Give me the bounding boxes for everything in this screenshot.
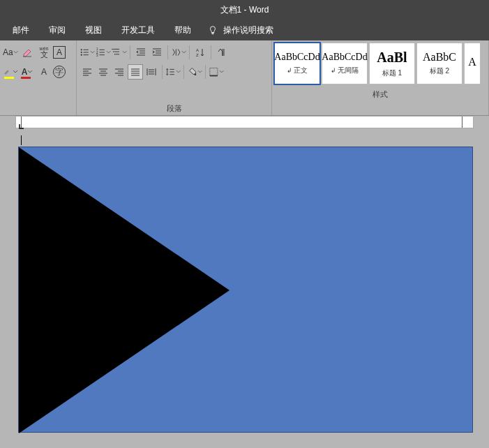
svg-point-11: [195, 73, 197, 75]
style-label: 标题 1: [382, 68, 402, 78]
style-preview: AaBbCcDd: [322, 52, 367, 63]
menu-bar: 邮件 审阅 视图 开发工具 帮助 操作说明搜索: [0, 20, 489, 40]
tell-me-label: 操作说明搜索: [223, 24, 273, 36]
phonetic-guide-button[interactable]: wén 文: [36, 45, 52, 60]
document-area: [0, 116, 489, 448]
increase-indent-button[interactable]: [149, 45, 165, 60]
svg-point-2: [81, 54, 82, 56]
svg-point-1: [81, 52, 82, 53]
style-preview: AaBl: [377, 50, 407, 66]
svg-text:A: A: [196, 48, 199, 52]
ribbon-group-styles: AaBbCcDd ↲正文 AaBbCcDd ↲无间隔 AaBl 标题 1 AaB…: [272, 40, 489, 115]
decrease-indent-button[interactable]: [133, 45, 149, 60]
style-nospacing[interactable]: AaBbCcDd ↲无间隔: [322, 43, 368, 84]
align-right-button[interactable]: [112, 64, 127, 80]
tab-mail[interactable]: 邮件: [3, 24, 39, 36]
enclose-characters-button[interactable]: 字: [53, 66, 66, 78]
tab-devtools[interactable]: 开发工具: [112, 24, 165, 36]
horizontal-ruler[interactable]: [15, 116, 474, 128]
bullets-button[interactable]: [80, 45, 95, 60]
tab-help[interactable]: 帮助: [165, 24, 201, 36]
svg-point-8: [114, 54, 115, 54]
style-heading2[interactable]: AaBbC 标题 2: [416, 43, 462, 84]
inserted-shape-triangle[interactable]: [19, 147, 230, 433]
style-preview: AaBbCcDd: [274, 52, 319, 63]
ribbon-group-font: Aa wén 文 A A: [0, 40, 77, 115]
style-more[interactable]: A: [464, 43, 481, 84]
sort-button[interactable]: AZ: [193, 45, 208, 60]
svg-point-7: [113, 51, 114, 52]
font-group-label: [0, 103, 76, 115]
line-spacing-button[interactable]: [165, 64, 181, 80]
tab-review[interactable]: 审阅: [39, 24, 75, 36]
styles-gallery[interactable]: AaBbCcDd ↲正文 AaBbCcDd ↲无间隔 AaBl 标题 1 AaB…: [272, 40, 488, 89]
style-preview: A: [468, 56, 476, 68]
styles-group-label: 样式: [272, 89, 488, 102]
style-label: 标题 2: [430, 66, 449, 76]
distributed-button[interactable]: [144, 64, 159, 80]
inserted-shape-rectangle[interactable]: [18, 147, 473, 433]
svg-rect-12: [210, 68, 218, 75]
borders-button[interactable]: [209, 64, 224, 80]
style-label: ↲正文: [287, 66, 308, 75]
shading-button[interactable]: [187, 64, 202, 80]
svg-text:3: 3: [96, 54, 98, 57]
character-border-button[interactable]: A: [53, 46, 66, 59]
style-normal[interactable]: AaBbCcDd ↲正文: [274, 43, 320, 84]
align-justify-button[interactable]: [128, 64, 143, 80]
clear-formatting-button[interactable]: [20, 45, 35, 60]
svg-point-6: [112, 49, 112, 50]
text-cursor: [21, 135, 22, 145]
style-heading1[interactable]: AaBl 标题 1: [369, 43, 415, 84]
ruler-right-margin[interactable]: [462, 117, 467, 128]
tab-view[interactable]: 视图: [75, 24, 112, 36]
tell-me-search[interactable]: 操作说明搜索: [201, 24, 273, 36]
align-center-button[interactable]: [96, 64, 111, 80]
paragraph-group-label: 段落: [77, 103, 271, 115]
change-case-button[interactable]: Aa: [3, 45, 18, 60]
ribbon-group-paragraph: 123 AZ: [77, 40, 272, 115]
font-color-button[interactable]: A: [20, 64, 35, 80]
svg-point-0: [81, 49, 82, 50]
align-left-button[interactable]: [80, 64, 95, 80]
numbering-button[interactable]: 123: [96, 45, 111, 60]
ribbon: Aa wén 文 A A: [0, 40, 489, 116]
ruler-tab-selector[interactable]: [19, 124, 24, 129]
highlight-color-button[interactable]: [3, 64, 18, 80]
style-preview: AaBbC: [423, 51, 456, 64]
style-label: ↲无间隔: [331, 66, 359, 75]
multilevel-list-button[interactable]: [112, 45, 127, 60]
asian-layout-button[interactable]: [171, 45, 186, 60]
character-shading-button[interactable]: A: [36, 64, 52, 80]
show-hide-marks-button[interactable]: [214, 45, 230, 60]
title-bar: 文档1 - Word: [0, 0, 489, 20]
window-title: 文档1 - Word: [220, 4, 269, 16]
svg-text:Z: Z: [196, 53, 199, 57]
lightbulb-icon: [208, 25, 218, 35]
